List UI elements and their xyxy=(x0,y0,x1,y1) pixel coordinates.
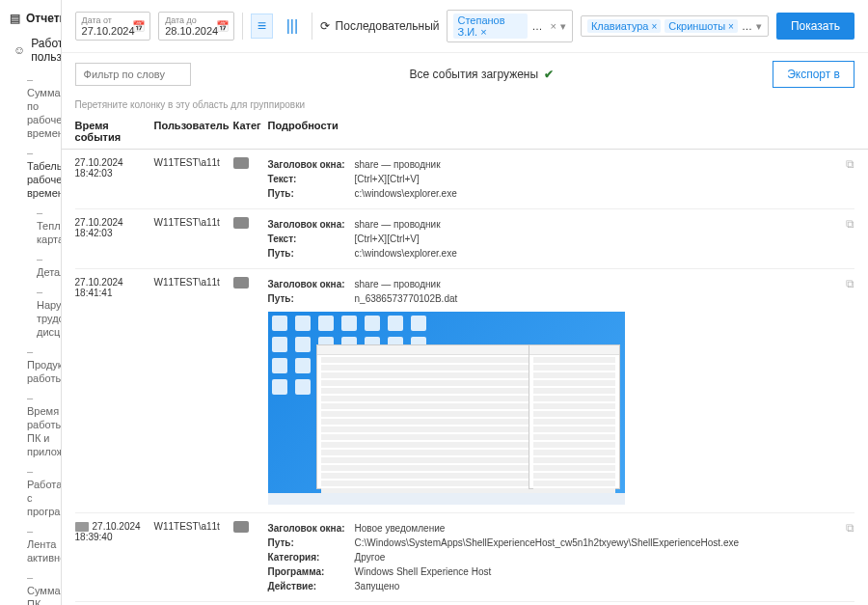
cell-category xyxy=(233,521,268,593)
cell-user: W11TEST\a11t xyxy=(154,217,233,261)
section-users-work[interactable]: ☺ Работа пользователей ⌃ xyxy=(10,31,51,69)
date-to-input[interactable]: Дата до 28.10.2024 📅 xyxy=(158,12,234,41)
sidebar-item[interactable]: –Детализация xyxy=(10,249,51,282)
cat-tag[interactable]: Скриншоты× xyxy=(665,19,738,33)
chevron-down-icon[interactable]: ▾ xyxy=(560,20,566,33)
table-header: Время события Пользователь Катег Подробн… xyxy=(62,114,868,150)
close-icon[interactable]: × xyxy=(550,20,556,32)
event-list[interactable]: 27.10.2024 18:42:03 W11TEST\a11t Заголов… xyxy=(62,150,868,605)
sidebar-item[interactable]: –Время работы ПК и приложений xyxy=(10,388,51,461)
copy-icon[interactable]: ⧉ xyxy=(846,521,854,593)
export-button[interactable]: Экспорт в xyxy=(773,61,854,88)
category-badge xyxy=(233,521,249,533)
col-user[interactable]: Пользователь xyxy=(154,120,233,143)
calendar-icon: 📅 xyxy=(216,20,230,33)
cell-time: 27.10.2024 18:42:03 xyxy=(75,157,154,201)
refresh-icon: ⟳ xyxy=(320,19,330,33)
section-reports[interactable]: ▤ Отчеты ⌃ xyxy=(10,6,51,31)
toolbar: Дата от 27.10.2024 📅 Дата до 28.10.2024 … xyxy=(62,0,868,53)
cell-category xyxy=(233,157,268,201)
cell-user: W11TEST\a11t xyxy=(154,157,233,201)
table-row[interactable]: 27.10.2024 18:42:03 W11TEST\a11t Заголов… xyxy=(75,209,854,269)
word-filter-input[interactable] xyxy=(75,63,191,86)
chevron-down-icon[interactable]: ▾ xyxy=(756,20,762,33)
category-filter[interactable]: Клавиатура× Скриншоты× … ▾ xyxy=(581,15,769,37)
table-row[interactable]: 27.10.2024 18:42:03 W11TEST\a11t Заголов… xyxy=(75,150,854,209)
col-time[interactable]: Время события xyxy=(75,120,154,143)
tree-users-work: –Суммарный по рабочему времени –Табель р… xyxy=(10,69,51,605)
cell-details: Заголовок окна:share — проводникТекст:[C… xyxy=(268,157,846,201)
table-row[interactable]: 27.10.2024 18:39:40 W11TEST\a11t Заголов… xyxy=(75,513,854,602)
col-cat[interactable]: Катег xyxy=(233,120,268,143)
show-button[interactable]: Показать xyxy=(776,13,854,40)
copy-icon[interactable]: ⧉ xyxy=(846,277,854,505)
table-row[interactable]: 27.10.2024 18:41:41 W11TEST\a11t Заголов… xyxy=(75,269,854,513)
cell-category xyxy=(233,217,268,261)
sidebar-item[interactable]: –Тепловая карта xyxy=(10,203,51,249)
sidebar-item[interactable]: –Нарушения трудовой дисциплины xyxy=(10,282,51,342)
calendar-icon: 📅 xyxy=(132,20,146,33)
check-icon: ✔ xyxy=(544,68,554,81)
cell-time: 27.10.2024 18:39:40 xyxy=(75,521,154,593)
cell-details: Заголовок окна:share — проводникТекст:[C… xyxy=(268,217,846,261)
user-tag[interactable]: Степанов З.И. × xyxy=(453,14,528,39)
cell-details: Заголовок окна:share — проводникПуть:n_6… xyxy=(268,277,846,505)
thumbnail-icon xyxy=(75,522,89,532)
cell-user: W11TEST\a11t xyxy=(154,277,233,505)
col-details[interactable]: Подробности xyxy=(268,120,854,143)
view-list-button[interactable]: ≡ xyxy=(251,14,274,39)
group-hint: Перетяните колонку в эту область для гру… xyxy=(62,96,868,114)
sidebar-item[interactable]: –Работа с программами xyxy=(10,461,51,521)
screenshot-thumbnail[interactable] xyxy=(268,312,625,505)
sidebar-item[interactable]: –Суммарный ПК, продуктивность, принтер xyxy=(10,567,51,605)
cell-category xyxy=(233,277,268,505)
user-filter[interactable]: Степанов З.И. × … × ▾ xyxy=(447,10,572,42)
user-icon: ☺ xyxy=(14,43,25,57)
category-badge xyxy=(233,217,249,229)
section-users-work-label: Работа пользователей xyxy=(31,37,61,64)
sidebar-item[interactable]: –Лента активности xyxy=(10,521,51,567)
sidebar-item[interactable]: –Суммарный по рабочему времени xyxy=(10,69,51,143)
cell-time: 27.10.2024 18:41:41 xyxy=(75,277,154,505)
category-badge xyxy=(233,277,249,289)
mode-sequential[interactable]: ⟳ Последовательный xyxy=(320,19,440,33)
sidebar-item[interactable]: –Табель рабочего времени xyxy=(10,143,51,203)
date-from-input[interactable]: Дата от 27.10.2024 📅 xyxy=(75,12,151,41)
sidebar-item[interactable]: –Продуктивность работы xyxy=(10,342,51,388)
cat-tag[interactable]: Клавиатура× xyxy=(587,19,661,33)
section-reports-label: Отчеты xyxy=(26,12,62,25)
report-icon: ▤ xyxy=(10,12,20,25)
status-loaded: Все события загружены✔ xyxy=(410,68,555,81)
view-columns-button[interactable]: ||| xyxy=(281,14,304,39)
filter-row: Все события загружены✔ Экспорт в xyxy=(62,53,868,96)
copy-icon[interactable]: ⧉ xyxy=(846,157,854,201)
sidebar: ▤ Отчеты ⌃ ☺ Работа пользователей ⌃ –Сум… xyxy=(0,0,62,605)
cell-user: W11TEST\a11t xyxy=(154,521,233,593)
cell-time: 27.10.2024 18:42:03 xyxy=(75,217,154,261)
copy-icon[interactable]: ⧉ xyxy=(846,217,854,261)
category-badge xyxy=(233,157,249,169)
cell-details: Заголовок окна:Новое уведомлениеПуть:C:\… xyxy=(268,521,846,593)
main: Дата от 27.10.2024 📅 Дата до 28.10.2024 … xyxy=(62,0,868,605)
